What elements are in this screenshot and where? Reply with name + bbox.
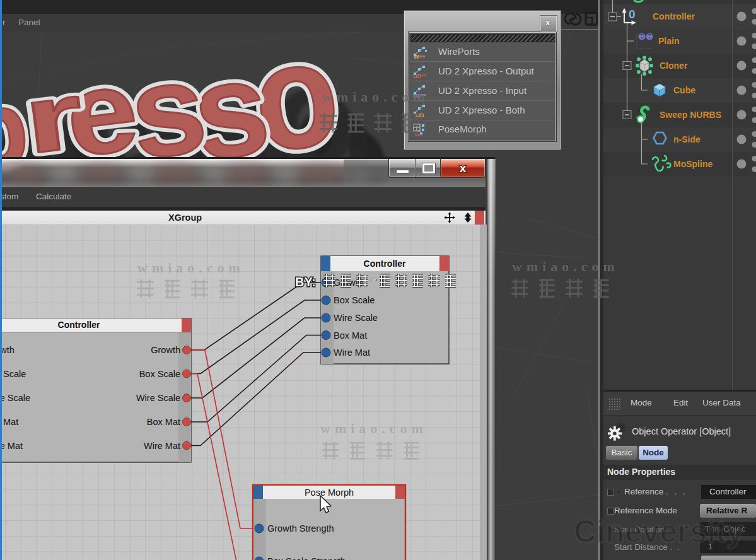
svg-text:Controller: Controller [653,11,695,21]
svg-text:Cube: Cube [673,85,695,95]
svg-text:Box Scale: Box Scale [334,295,375,305]
svg-text:Plain: Plain [658,36,679,46]
svg-text:x: x [460,162,467,175]
svg-text:0: 0 [629,8,636,21]
svg-text:Controller: Controller [364,259,406,269]
svg-text:Wire Scale: Wire Scale [334,313,378,323]
svg-text:Box Scale: Box Scale [0,369,26,379]
svg-text:Growth: Growth [334,277,363,288]
svg-text:W: W [414,54,419,60]
svg-text:Sweep NURBS: Sweep NURBS [660,110,721,120]
svg-text:Box Mat: Box Mat [0,417,18,427]
svg-text:Growth Strength: Growth Strength [267,523,334,534]
svg-text:Box Scale: Box Scale [139,369,180,379]
svg-text:MoSpline: MoSpline [673,159,712,169]
svg-text:Box Mat: Box Mat [147,417,180,427]
svg-text:n-Side: n-Side [673,134,701,144]
svg-text:Pose Morph: Pose Morph [305,487,354,498]
svg-text:Controller: Controller [58,320,100,330]
svg-text:Box Mat: Box Mat [334,330,367,341]
svg-text:Wire Mat: Wire Mat [144,441,180,451]
svg-text:UD: UD [413,73,421,79]
svg-text:Growth: Growth [151,345,180,355]
svg-text:Growth: Growth [0,345,15,355]
svg-text:Wire Mat: Wire Mat [0,441,23,451]
svg-text:Wire Scale: Wire Scale [136,393,180,403]
svg-text:UD: UD [413,93,421,98]
svg-text:Wire Scale: Wire Scale [0,393,30,403]
svg-text:.UD: .UD [414,112,424,118]
svg-text:Wire Mat: Wire Mat [334,347,370,358]
svg-text:Cloner: Cloner [660,61,688,71]
svg-text:Box Scale Strength: Box Scale Strength [267,556,346,560]
